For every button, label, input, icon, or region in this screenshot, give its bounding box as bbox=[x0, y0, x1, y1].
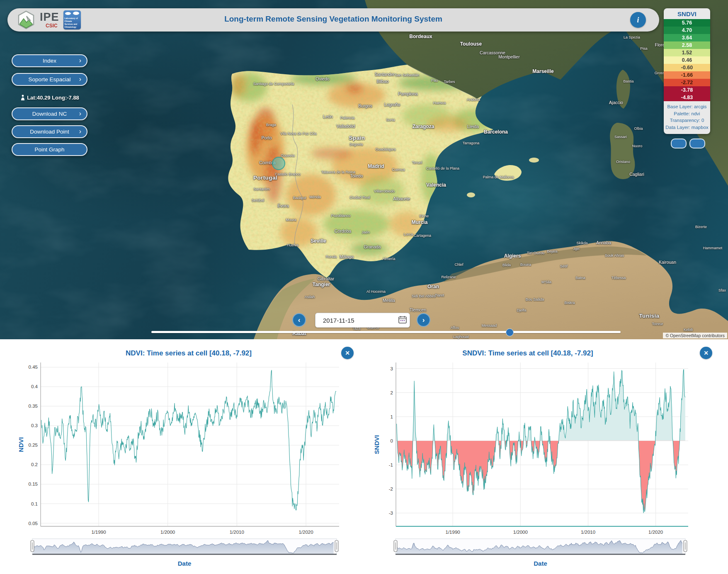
svg-text:1: 1 bbox=[391, 414, 393, 419]
legend-color-row: -0.60 bbox=[664, 64, 710, 71]
legend-color-row: 1.52 bbox=[664, 49, 710, 56]
series-line bbox=[41, 370, 336, 510]
svg-text:0: 0 bbox=[391, 438, 393, 443]
ndvi-chart-panel: NDVI: Time series at cell [40.18, -7.92]… bbox=[17, 343, 348, 572]
x-axis-title: Date bbox=[32, 560, 337, 567]
legend-color-row: 0.46 bbox=[664, 56, 710, 64]
legend-info: Base Layer: arcgis Palette: ndvi Transpa… bbox=[664, 101, 710, 134]
sndvi-chart-panel: SNDVI: Time series at cell [40.18, -7.92… bbox=[372, 343, 716, 572]
sidebar-button-soporte-espacial[interactable]: Soporte Espacial › bbox=[12, 73, 87, 86]
svg-text:1/2020: 1/2020 bbox=[648, 530, 663, 535]
close-chart-button[interactable]: ✕ bbox=[700, 347, 712, 359]
navigator-svg bbox=[17, 537, 344, 560]
svg-text:0.45: 0.45 bbox=[29, 365, 38, 370]
ndvi-plot-svg: 0.450.40.350.30.250.20.150.10.051/19901/… bbox=[17, 358, 344, 535]
legend-color-row: -1.66 bbox=[664, 71, 710, 79]
app-header: IPE CSIC Laboratory of Climate Services … bbox=[7, 8, 659, 32]
svg-text:1/1990: 1/1990 bbox=[91, 530, 106, 535]
svg-text:2: 2 bbox=[391, 390, 393, 395]
svg-text:-3: -3 bbox=[389, 511, 393, 516]
legend-color-row: 5.76 bbox=[664, 19, 710, 27]
button-label: Download Point bbox=[30, 129, 69, 135]
svg-text:1/1990: 1/1990 bbox=[446, 530, 460, 535]
next-date-button[interactable]: › bbox=[417, 313, 430, 327]
chevron-right-icon: › bbox=[79, 110, 81, 117]
sidebar-button-point-graph[interactable]: Point Graph bbox=[12, 143, 87, 156]
svg-text:SNDVI: SNDVI bbox=[373, 435, 380, 454]
map-canvas[interactable]: BordeauxToulousePauTarbesCarcassonneMont… bbox=[0, 0, 728, 339]
legend-prev-button[interactable] bbox=[671, 139, 687, 148]
legend-transparency: Transparency: 0 bbox=[665, 117, 709, 124]
chart-title: SNDVI: Time series at cell [40.18, -7.92… bbox=[372, 349, 683, 358]
sndvi-plot-svg: 3210-1-2-31/19901/20001/20101/2020SNDVI bbox=[372, 358, 704, 535]
svg-text:0.35: 0.35 bbox=[29, 404, 38, 409]
legend-color-scale: 5.764.703.642.581.520.46-0.60-1.66-2.72-… bbox=[664, 19, 710, 101]
sidebar-button-download-point[interactable]: Download Point › bbox=[12, 125, 87, 138]
legend-color-row: -2.72 bbox=[664, 79, 710, 86]
basemap-art bbox=[0, 0, 728, 339]
range-handle-right[interactable] bbox=[335, 540, 338, 552]
chevron-right-icon: › bbox=[79, 57, 81, 64]
prev-date-button[interactable]: ‹ bbox=[292, 313, 306, 327]
date-input[interactable]: 2017-11-15 bbox=[315, 313, 410, 328]
legend-data-layer: Data Layer: mapbox bbox=[665, 124, 709, 131]
page-title: Long-term Remote Sensing Vegetation Moni… bbox=[7, 15, 659, 24]
button-label: Download NC bbox=[32, 111, 67, 117]
time-slider-handle[interactable] bbox=[506, 328, 514, 336]
sidebar-button-index[interactable]: Index › bbox=[12, 54, 87, 67]
legend-next-button[interactable] bbox=[689, 139, 705, 148]
svg-text:0.4: 0.4 bbox=[31, 384, 38, 389]
svg-text:-2: -2 bbox=[389, 486, 393, 491]
legend-color-row: 4.70 bbox=[664, 27, 710, 34]
legend-color-row: -4.83 bbox=[664, 94, 710, 101]
range-selector[interactable] bbox=[372, 537, 704, 562]
csic-label: CSIC bbox=[46, 23, 59, 28]
date-value: 2017-11-15 bbox=[323, 317, 396, 324]
coords-text: Lat:40.29 Long:-7.88 bbox=[27, 95, 79, 101]
button-label: Point Graph bbox=[34, 146, 64, 153]
svg-text:1/2020: 1/2020 bbox=[298, 530, 313, 535]
svg-text:-1: -1 bbox=[389, 462, 393, 467]
location-person-icon bbox=[20, 95, 25, 101]
svg-text:1/2000: 1/2000 bbox=[160, 530, 175, 535]
svg-text:0.3: 0.3 bbox=[31, 423, 38, 428]
range-handle-left[interactable] bbox=[394, 540, 397, 552]
calendar-picker-button[interactable] bbox=[396, 314, 410, 326]
legend-panel: SNDVI 5.764.703.642.581.520.46-0.60-1.66… bbox=[664, 8, 710, 134]
svg-text:1/2000: 1/2000 bbox=[513, 530, 528, 535]
chart-title: NDVI: Time series at cell [40.18, -7.92] bbox=[17, 349, 361, 358]
legend-color-row: 2.58 bbox=[664, 41, 710, 49]
svg-text:1/2010: 1/2010 bbox=[581, 530, 595, 535]
selected-point-marker bbox=[272, 157, 285, 170]
svg-text:0.15: 0.15 bbox=[29, 482, 38, 486]
button-label: Index bbox=[43, 58, 56, 64]
legend-palette: Palette: ndvi bbox=[665, 110, 709, 117]
calendar-icon bbox=[398, 316, 407, 324]
info-button[interactable]: i bbox=[630, 12, 646, 28]
svg-text:0.1: 0.1 bbox=[31, 501, 38, 506]
close-chart-button[interactable]: ✕ bbox=[341, 347, 354, 359]
time-slider-track[interactable] bbox=[151, 331, 621, 333]
svg-text:0.25: 0.25 bbox=[29, 443, 38, 448]
legend-color-row: -3.78 bbox=[664, 86, 710, 94]
svg-text:NDVI: NDVI bbox=[17, 437, 24, 452]
svg-text:3: 3 bbox=[391, 366, 393, 371]
map-attribution: © OpenStreetMap contributors bbox=[663, 333, 727, 338]
svg-text:0.05: 0.05 bbox=[29, 521, 38, 526]
legend-color-row: 3.64 bbox=[664, 34, 710, 41]
navigator-svg bbox=[372, 537, 704, 560]
chevron-right-icon: › bbox=[79, 76, 81, 83]
svg-text:1/2010: 1/2010 bbox=[230, 530, 244, 535]
svg-text:0.2: 0.2 bbox=[31, 462, 38, 467]
island-menorca bbox=[529, 158, 539, 163]
range-handle-right[interactable] bbox=[684, 540, 687, 552]
chart-plot-area[interactable]: 3210-1-2-31/19901/20001/20101/2020SNDVI bbox=[372, 358, 704, 536]
coordinates-readout: Lat:40.29 Long:-7.88 bbox=[15, 95, 85, 101]
range-selector[interactable] bbox=[17, 537, 344, 562]
legend-title: SNDVI bbox=[664, 8, 710, 19]
range-handle-left[interactable] bbox=[31, 540, 34, 552]
charts-section: NDVI: Time series at cell [40.18, -7.92]… bbox=[0, 339, 728, 574]
sidebar-button-download-nc[interactable]: Download NC › bbox=[12, 107, 87, 120]
chart-plot-area[interactable]: 0.450.40.350.30.250.20.150.10.051/19901/… bbox=[17, 358, 344, 536]
button-label: Soporte Espacial bbox=[28, 76, 70, 83]
